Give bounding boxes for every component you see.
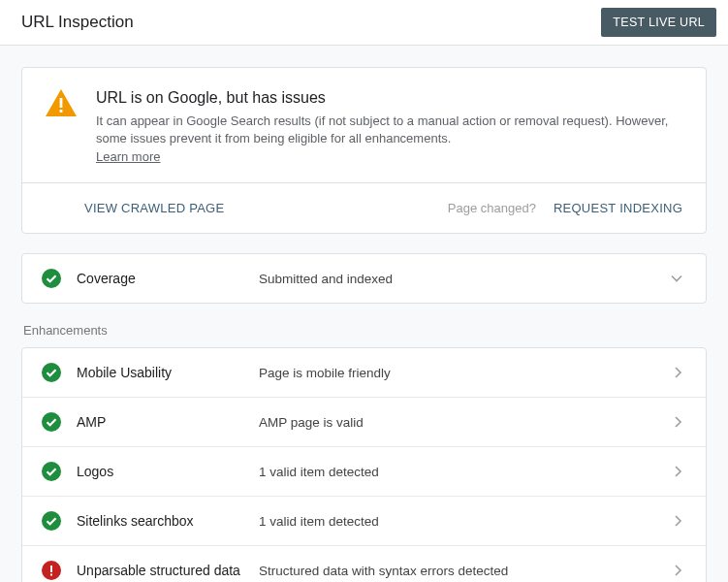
summary-right-actions: Page changed? REQUEST INDEXING [448, 201, 682, 215]
svg-rect-1 [60, 110, 63, 113]
main-content: URL is on Google, but has issues It can … [0, 46, 728, 582]
learn-more-link[interactable]: Learn more [96, 149, 160, 164]
svg-point-2 [42, 269, 61, 288]
enhancement-row[interactable]: Mobile UsabilityPage is mobile friendly [22, 348, 706, 397]
request-indexing-button[interactable]: REQUEST INDEXING [554, 201, 682, 215]
svg-rect-9 [50, 574, 52, 576]
enhancement-label: AMP [65, 414, 259, 430]
enhancement-label: Mobile Usability [65, 365, 259, 380]
enhancement-row[interactable]: Unparsable structured dataStructured dat… [22, 545, 706, 582]
svg-point-6 [42, 511, 61, 531]
view-crawled-page-button[interactable]: VIEW CRAWLED PAGE [84, 201, 224, 215]
summary-actions: VIEW CRAWLED PAGE Page changed? REQUEST … [22, 182, 706, 233]
coverage-card: Coverage Submitted and indexed [21, 253, 707, 304]
chevron-right-icon [669, 466, 686, 477]
check-icon [42, 363, 65, 382]
page-title: URL Inspection [21, 13, 134, 32]
check-icon [42, 462, 65, 481]
summary-title: URL is on Google, but has issues [96, 89, 682, 107]
check-icon [42, 412, 65, 432]
enhancement-row[interactable]: Logos1 valid item detected [22, 446, 706, 496]
warning-icon [46, 89, 77, 165]
chevron-right-icon [669, 565, 686, 576]
enhancements-header: Enhancements [23, 323, 707, 338]
enhancement-value: Structured data with syntax errors detec… [259, 564, 669, 578]
chevron-right-icon [669, 367, 686, 378]
coverage-row[interactable]: Coverage Submitted and indexed [22, 254, 706, 303]
enhancement-value: AMP page is valid [259, 415, 669, 430]
enhancements-card: Mobile UsabilityPage is mobile friendlyA… [21, 347, 707, 582]
coverage-label: Coverage [65, 271, 259, 286]
topbar: URL Inspection TEST LIVE URL [0, 0, 728, 46]
enhancement-label: Sitelinks searchbox [65, 513, 259, 529]
page-changed-label: Page changed? [448, 201, 536, 215]
enhancement-value: 1 valid item detected [259, 514, 669, 529]
enhancement-value: Page is mobile friendly [259, 366, 669, 380]
enhancement-row[interactable]: Sitelinks searchbox1 valid item detected [22, 496, 706, 545]
svg-rect-8 [50, 566, 52, 572]
check-icon [42, 269, 65, 288]
summary-description: It can appear in Google Search results (… [96, 113, 682, 147]
chevron-down-icon [667, 273, 686, 284]
svg-point-5 [42, 462, 61, 481]
enhancement-label: Logos [65, 464, 259, 479]
svg-point-3 [42, 363, 61, 382]
enhancement-row[interactable]: AMPAMP page is valid [22, 397, 706, 446]
coverage-value: Submitted and indexed [259, 272, 667, 286]
check-icon [42, 511, 65, 531]
summary-text: URL is on Google, but has issues It can … [96, 89, 682, 165]
error-icon [42, 561, 65, 580]
test-live-url-button[interactable]: TEST LIVE URL [601, 8, 716, 37]
summary-top: URL is on Google, but has issues It can … [22, 68, 706, 182]
chevron-right-icon [669, 416, 686, 428]
enhancement-label: Unparsable structured data [65, 563, 259, 578]
svg-rect-0 [60, 98, 63, 108]
svg-point-4 [42, 412, 61, 432]
chevron-right-icon [669, 515, 686, 527]
enhancement-value: 1 valid item detected [259, 465, 669, 479]
summary-card: URL is on Google, but has issues It can … [21, 67, 707, 234]
